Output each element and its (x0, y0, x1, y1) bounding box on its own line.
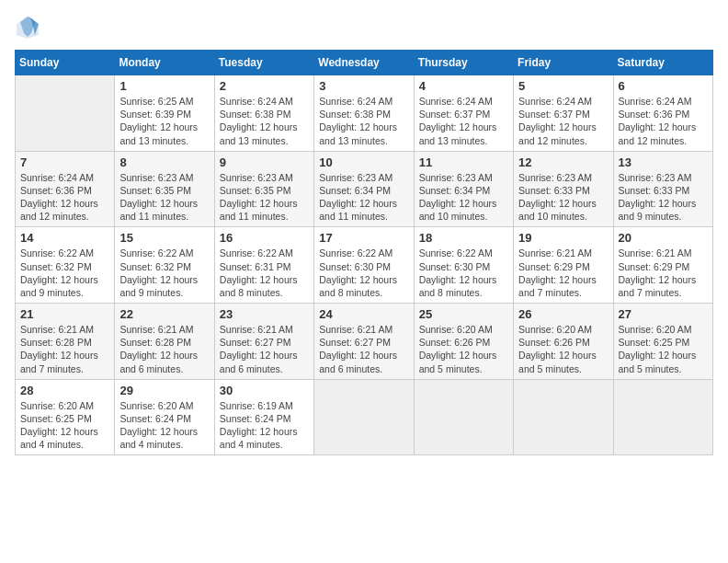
day-info: Sunrise: 6:21 AM Sunset: 6:29 PM Dayligh… (518, 247, 608, 299)
day-number: 7 (20, 155, 109, 169)
day-info: Sunrise: 6:22 AM Sunset: 6:30 PM Dayligh… (319, 247, 408, 299)
day-info: Sunrise: 6:21 AM Sunset: 6:27 PM Dayligh… (319, 323, 408, 375)
day-number: 4 (419, 79, 508, 93)
calendar-cell: 7Sunrise: 6:24 AM Sunset: 6:36 PM Daylig… (16, 151, 115, 227)
day-header-tuesday: Tuesday (214, 51, 313, 75)
calendar-cell: 16Sunrise: 6:22 AM Sunset: 6:31 PM Dayli… (214, 227, 313, 304)
day-number: 19 (518, 231, 608, 245)
day-number: 11 (419, 155, 508, 169)
calendar-cell: 27Sunrise: 6:20 AM Sunset: 6:25 PM Dayli… (613, 304, 712, 380)
calendar-cell: 29Sunrise: 6:20 AM Sunset: 6:24 PM Dayli… (115, 379, 214, 455)
calendar-cell: 17Sunrise: 6:22 AM Sunset: 6:30 PM Dayli… (314, 227, 414, 304)
day-number: 2 (220, 79, 309, 93)
day-info: Sunrise: 6:25 AM Sunset: 6:39 PM Dayligh… (119, 95, 209, 147)
day-number: 10 (319, 155, 408, 169)
calendar-week-2: 7Sunrise: 6:24 AM Sunset: 6:36 PM Daylig… (16, 151, 713, 227)
day-number: 12 (518, 155, 608, 169)
calendar-cell: 4Sunrise: 6:24 AM Sunset: 6:37 PM Daylig… (414, 75, 513, 152)
day-info: Sunrise: 6:20 AM Sunset: 6:25 PM Dayligh… (619, 323, 708, 375)
day-number: 18 (419, 231, 508, 245)
day-number: 3 (319, 79, 408, 93)
day-header-saturday: Saturday (613, 51, 712, 75)
calendar-cell: 24Sunrise: 6:21 AM Sunset: 6:27 PM Dayli… (314, 304, 414, 380)
day-number: 22 (119, 307, 209, 321)
day-info: Sunrise: 6:24 AM Sunset: 6:37 PM Dayligh… (518, 95, 608, 147)
calendar-cell: 3Sunrise: 6:24 AM Sunset: 6:38 PM Daylig… (314, 75, 414, 152)
day-number: 26 (518, 307, 608, 321)
day-number: 20 (619, 231, 708, 245)
calendar-cell: 6Sunrise: 6:24 AM Sunset: 6:36 PM Daylig… (613, 75, 712, 152)
day-info: Sunrise: 6:24 AM Sunset: 6:38 PM Dayligh… (319, 95, 408, 147)
calendar-cell: 1Sunrise: 6:25 AM Sunset: 6:39 PM Daylig… (115, 75, 214, 152)
logo (15, 15, 44, 40)
calendar-cell (514, 379, 613, 455)
calendar-week-3: 14Sunrise: 6:22 AM Sunset: 6:32 PM Dayli… (16, 227, 713, 304)
calendar-cell: 23Sunrise: 6:21 AM Sunset: 6:27 PM Dayli… (214, 304, 313, 380)
calendar-cell: 11Sunrise: 6:23 AM Sunset: 6:34 PM Dayli… (414, 151, 513, 227)
day-number: 13 (619, 155, 708, 169)
day-info: Sunrise: 6:19 AM Sunset: 6:24 PM Dayligh… (220, 399, 309, 452)
page-header (15, 15, 713, 40)
calendar-cell: 12Sunrise: 6:23 AM Sunset: 6:33 PM Dayli… (514, 151, 613, 227)
calendar-cell (314, 379, 414, 455)
day-info: Sunrise: 6:24 AM Sunset: 6:36 PM Dayligh… (619, 95, 708, 147)
calendar-cell: 8Sunrise: 6:23 AM Sunset: 6:35 PM Daylig… (115, 151, 214, 227)
calendar-cell: 30Sunrise: 6:19 AM Sunset: 6:24 PM Dayli… (214, 379, 313, 455)
calendar-cell (613, 379, 712, 455)
day-info: Sunrise: 6:24 AM Sunset: 6:37 PM Dayligh… (419, 95, 508, 147)
day-info: Sunrise: 6:22 AM Sunset: 6:30 PM Dayligh… (419, 247, 508, 299)
day-info: Sunrise: 6:23 AM Sunset: 6:35 PM Dayligh… (220, 171, 309, 224)
day-info: Sunrise: 6:24 AM Sunset: 6:36 PM Dayligh… (20, 171, 109, 224)
day-number: 27 (619, 307, 708, 321)
day-info: Sunrise: 6:22 AM Sunset: 6:32 PM Dayligh… (20, 247, 109, 299)
day-info: Sunrise: 6:20 AM Sunset: 6:26 PM Dayligh… (419, 323, 508, 375)
day-number: 29 (119, 384, 209, 397)
day-header-sunday: Sunday (16, 51, 115, 75)
calendar-week-5: 28Sunrise: 6:20 AM Sunset: 6:25 PM Dayli… (16, 379, 713, 455)
day-info: Sunrise: 6:23 AM Sunset: 6:34 PM Dayligh… (319, 171, 408, 224)
calendar-cell (16, 75, 115, 152)
day-info: Sunrise: 6:22 AM Sunset: 6:31 PM Dayligh… (220, 247, 309, 299)
day-number: 1 (119, 79, 209, 93)
calendar-week-1: 1Sunrise: 6:25 AM Sunset: 6:39 PM Daylig… (16, 75, 713, 152)
day-number: 8 (119, 155, 209, 169)
calendar-week-4: 21Sunrise: 6:21 AM Sunset: 6:28 PM Dayli… (16, 304, 713, 380)
calendar-cell: 5Sunrise: 6:24 AM Sunset: 6:37 PM Daylig… (514, 75, 613, 152)
calendar-cell (414, 379, 513, 455)
day-number: 28 (20, 384, 109, 397)
calendar-cell: 28Sunrise: 6:20 AM Sunset: 6:25 PM Dayli… (16, 379, 115, 455)
day-info: Sunrise: 6:23 AM Sunset: 6:35 PM Dayligh… (119, 171, 209, 224)
calendar-cell: 20Sunrise: 6:21 AM Sunset: 6:29 PM Dayli… (613, 227, 712, 304)
calendar-cell: 2Sunrise: 6:24 AM Sunset: 6:38 PM Daylig… (214, 75, 313, 152)
day-number: 16 (220, 231, 309, 245)
calendar-cell: 21Sunrise: 6:21 AM Sunset: 6:28 PM Dayli… (16, 304, 115, 380)
day-info: Sunrise: 6:23 AM Sunset: 6:34 PM Dayligh… (419, 171, 508, 224)
calendar-cell: 14Sunrise: 6:22 AM Sunset: 6:32 PM Dayli… (16, 227, 115, 304)
day-info: Sunrise: 6:21 AM Sunset: 6:28 PM Dayligh… (119, 323, 209, 375)
day-number: 30 (220, 384, 309, 397)
calendar-cell: 9Sunrise: 6:23 AM Sunset: 6:35 PM Daylig… (214, 151, 313, 227)
day-info: Sunrise: 6:23 AM Sunset: 6:33 PM Dayligh… (518, 171, 608, 224)
day-number: 17 (319, 231, 408, 245)
day-header-monday: Monday (115, 51, 214, 75)
calendar-header: SundayMondayTuesdayWednesdayThursdayFrid… (16, 51, 713, 75)
calendar-cell: 10Sunrise: 6:23 AM Sunset: 6:34 PM Dayli… (314, 151, 414, 227)
day-number: 23 (220, 307, 309, 321)
day-number: 5 (518, 79, 608, 93)
day-info: Sunrise: 6:22 AM Sunset: 6:32 PM Dayligh… (119, 247, 209, 299)
calendar-cell: 26Sunrise: 6:20 AM Sunset: 6:26 PM Dayli… (514, 304, 613, 380)
day-header-thursday: Thursday (414, 51, 513, 75)
day-number: 24 (319, 307, 408, 321)
day-info: Sunrise: 6:21 AM Sunset: 6:27 PM Dayligh… (220, 323, 309, 375)
day-info: Sunrise: 6:20 AM Sunset: 6:25 PM Dayligh… (20, 399, 109, 452)
day-info: Sunrise: 6:23 AM Sunset: 6:33 PM Dayligh… (619, 171, 708, 224)
day-info: Sunrise: 6:21 AM Sunset: 6:29 PM Dayligh… (619, 247, 708, 299)
calendar-cell: 13Sunrise: 6:23 AM Sunset: 6:33 PM Dayli… (613, 151, 712, 227)
calendar-cell: 25Sunrise: 6:20 AM Sunset: 6:26 PM Dayli… (414, 304, 513, 380)
calendar-cell: 15Sunrise: 6:22 AM Sunset: 6:32 PM Dayli… (115, 227, 214, 304)
day-info: Sunrise: 6:24 AM Sunset: 6:38 PM Dayligh… (220, 95, 309, 147)
day-number: 9 (220, 155, 309, 169)
calendar-table: SundayMondayTuesdayWednesdayThursdayFrid… (15, 50, 713, 455)
day-number: 15 (119, 231, 209, 245)
day-info: Sunrise: 6:20 AM Sunset: 6:24 PM Dayligh… (119, 399, 209, 452)
